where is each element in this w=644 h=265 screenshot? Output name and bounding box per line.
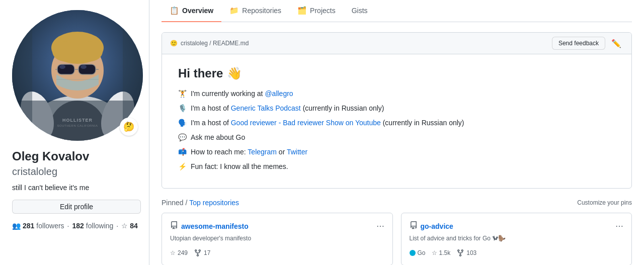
pinned-grid: awesome-manifesto ⋯ Utopian developer's … xyxy=(162,213,632,265)
repo-name-link[interactable]: go-advice xyxy=(421,222,453,230)
smiley-icon: 🙂 xyxy=(170,40,178,47)
bullet-emoji-4: 💬 xyxy=(178,132,187,143)
list-item: 💬 Ask me about Go xyxy=(178,132,615,143)
twitter-link[interactable]: Twitter xyxy=(287,148,307,156)
stats-row: 👥 281 followers · 182 following · ☆ 84 xyxy=(12,222,141,230)
stats-separator: · xyxy=(67,222,69,230)
sidebar: HOLLISTER SOUTHERN CALIFORNIA 🤔 Oleg Kov… xyxy=(0,0,149,265)
repo-description: List of advice and tricks for Go 🐿🦫 xyxy=(410,234,624,243)
repo-language: Go xyxy=(410,249,426,256)
profile-username: cristaloleg xyxy=(12,166,141,178)
telegram-link[interactable]: Telegram xyxy=(248,148,277,156)
bullet-emoji-6: ⚡ xyxy=(178,161,187,172)
people-icon: 👥 xyxy=(12,222,21,230)
repo-card-header: go-advice ⋯ xyxy=(410,221,624,231)
pinned-header: Pinned / Top repositories Customize your… xyxy=(162,199,632,207)
repositories-icon: 📁 xyxy=(229,6,239,15)
following-label: following xyxy=(86,222,113,230)
list-item: 🏋️ I'm currently working at @allegro xyxy=(178,89,615,99)
edit-profile-button[interactable]: Edit profile xyxy=(12,200,141,214)
list-item: ⚡ Fun fact: I know all the memes. xyxy=(178,161,615,172)
readme-card: 🙂 cristaloleg / README.md Send feedback … xyxy=(162,32,632,189)
repo-stats: ☆ 249 17 xyxy=(170,249,384,257)
readme-title: Hi there 👋 xyxy=(178,66,615,80)
star-icon: ☆ xyxy=(170,249,176,256)
repo-card-awesome-manifesto: awesome-manifesto ⋯ Utopian developer's … xyxy=(162,213,393,265)
tab-projects[interactable]: 🗂️ Projects xyxy=(289,0,344,22)
generic-talks-link[interactable]: Generic Talks Podcast xyxy=(231,104,301,112)
send-feedback-button[interactable]: Send feedback xyxy=(552,37,605,50)
avatar-emoji-badge: 🤔 xyxy=(120,118,138,136)
allegro-link[interactable]: @allegro xyxy=(265,90,293,98)
repo-forks: 103 xyxy=(456,249,476,257)
profile-bio: still I can't believe it's me xyxy=(12,184,141,192)
edit-readme-button[interactable]: ✏️ xyxy=(609,38,623,49)
svg-rect-20 xyxy=(12,10,32,141)
projects-icon: 🗂️ xyxy=(297,6,307,15)
top-repos-link[interactable]: Top repositories xyxy=(189,199,239,207)
bullet-emoji-2: 🎙️ xyxy=(178,103,187,114)
pinned-section: Pinned / Top repositories Customize your… xyxy=(162,199,632,265)
good-reviewer-link[interactable]: Good reviewer - Bad reviewer Show on You… xyxy=(231,119,381,127)
followers-label: followers xyxy=(36,222,64,230)
repo-title: go-advice xyxy=(410,221,453,231)
bullet-emoji-5: 📫 xyxy=(178,147,187,157)
main-content: 📋 Overview 📁 Repositories 🗂️ Projects Gi… xyxy=(149,0,644,265)
list-item: 🎙️ I'm a host of Generic Talks Podcast (… xyxy=(178,103,615,114)
svg-point-9 xyxy=(77,41,103,61)
tab-repositories[interactable]: 📁 Repositories xyxy=(221,0,289,22)
list-item: 📫 How to reach me: Telegram or Twitter xyxy=(178,147,615,157)
language-dot xyxy=(410,250,416,256)
customize-pins-button[interactable]: Customize your pins xyxy=(577,199,632,206)
repo-title: awesome-manifesto xyxy=(170,221,249,231)
readme-file-path: 🙂 cristaloleg / README.md xyxy=(170,40,249,47)
star-icon: ☆ xyxy=(121,222,128,230)
stars-link[interactable]: 84 xyxy=(130,222,138,230)
readme-actions: Send feedback ✏️ xyxy=(552,37,623,50)
tab-overview[interactable]: 📋 Overview xyxy=(162,0,221,22)
repo-stats: Go ☆ 1.5k 103 xyxy=(410,249,624,257)
pinned-title: Pinned / Top repositories xyxy=(162,199,239,207)
stats-separator2: · xyxy=(116,222,118,230)
wave-emoji: 👋 xyxy=(227,66,242,80)
tabs-nav: 📋 Overview 📁 Repositories 🗂️ Projects Gi… xyxy=(162,0,632,22)
repo-stars: ☆ 1.5k xyxy=(432,249,451,256)
svg-point-16 xyxy=(80,65,87,69)
repo-menu-button[interactable]: ⋯ xyxy=(615,221,623,231)
repo-forks: 17 xyxy=(194,249,210,257)
star-icon: ☆ xyxy=(432,249,437,256)
readme-header: 🙂 cristaloleg / README.md Send feedback … xyxy=(162,33,631,54)
bullet-emoji-1: 🏋️ xyxy=(178,89,187,99)
repo-menu-button[interactable]: ⋯ xyxy=(376,221,384,231)
following-link[interactable]: 182 xyxy=(72,222,84,230)
repo-card-go-advice: go-advice ⋯ List of advice and tricks fo… xyxy=(401,213,632,265)
overview-icon: 📋 xyxy=(170,6,179,15)
profile-name: Oleg Kovalov xyxy=(12,149,141,164)
bullet-emoji-3: 🗣️ xyxy=(178,118,187,128)
repo-name-link[interactable]: awesome-manifesto xyxy=(181,222,249,230)
svg-point-15 xyxy=(59,65,65,69)
tab-gists[interactable]: Gists xyxy=(344,1,376,22)
repo-icon xyxy=(170,221,178,231)
avatar-container: HOLLISTER SOUTHERN CALIFORNIA 🤔 xyxy=(12,10,143,141)
repo-stars: ☆ 249 xyxy=(170,249,188,256)
repo-icon xyxy=(410,221,418,231)
followers-link[interactable]: 281 xyxy=(23,222,34,230)
svg-point-8 xyxy=(52,41,77,61)
repo-description: Utopian developer's manifesto xyxy=(170,234,384,243)
readme-list: 🏋️ I'm currently working at @allegro 🎙️ … xyxy=(178,89,615,172)
readme-body: Hi there 👋 🏋️ I'm currently working at @… xyxy=(162,54,631,188)
list-item: 🗣️ I'm a host of Good reviewer - Bad rev… xyxy=(178,118,615,128)
repo-card-header: awesome-manifesto ⋯ xyxy=(170,221,384,231)
